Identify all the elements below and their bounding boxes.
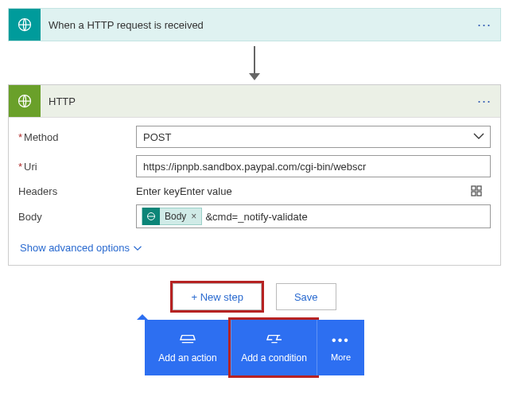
svg-rect-2 — [472, 186, 476, 190]
svg-rect-3 — [477, 186, 481, 190]
more-dots-icon: ••• — [332, 333, 350, 348]
trigger-menu-icon[interactable]: ··· — [468, 17, 500, 33]
svg-rect-4 — [472, 192, 476, 196]
method-value: POST — [143, 131, 171, 143]
uri-value: https://ipnpb.sandbox.paypal.com/cgi-bin… — [143, 161, 366, 173]
method-label: Method — [18, 131, 136, 143]
http-card: HTTP ··· Method POST Uri https://ipnpb.s… — [8, 84, 501, 266]
http-title: HTTP — [41, 95, 468, 107]
globe-icon — [142, 208, 160, 225]
trigger-title: When a HTTP request is received — [41, 19, 468, 31]
headers-key-input[interactable]: Enter key — [136, 185, 180, 197]
chevron-down-icon — [133, 243, 142, 253]
globe-icon — [9, 85, 41, 117]
svg-rect-5 — [477, 192, 481, 196]
condition-icon — [266, 332, 283, 348]
body-input[interactable]: Body × &cmd=_notify-validate — [136, 204, 491, 228]
http-card-header[interactable]: HTTP ··· — [9, 85, 500, 118]
headers-value-input[interactable]: Enter value — [180, 185, 232, 197]
http-card-body: Method POST Uri https://ipnpb.sandbox.pa… — [9, 118, 500, 265]
add-condition-tile[interactable]: Add a condition — [231, 320, 317, 375]
caret-up-icon — [137, 314, 148, 320]
uri-input[interactable]: https://ipnpb.sandbox.paypal.com/cgi-bin… — [136, 155, 491, 177]
globe-icon — [9, 9, 41, 41]
body-dynamic-token[interactable]: Body × — [142, 208, 202, 225]
body-label: Body — [18, 211, 136, 223]
body-suffix-text: &cmd=_notify-validate — [205, 211, 307, 223]
switch-mode-icon[interactable] — [470, 185, 491, 197]
step-buttons-row: + New step Save — [8, 283, 501, 310]
trigger-card[interactable]: When a HTTP request is received ··· — [8, 8, 501, 41]
http-menu-icon[interactable]: ··· — [468, 93, 500, 110]
action-popover: Add an action Add a condition ••• More — [8, 320, 501, 375]
show-advanced-link[interactable]: Show advanced options — [20, 242, 142, 254]
headers-label: Headers — [18, 185, 136, 197]
save-button[interactable]: Save — [276, 283, 336, 310]
action-icon — [179, 332, 196, 348]
token-remove-icon[interactable]: × — [191, 211, 196, 222]
new-step-button[interactable]: + New step — [173, 283, 261, 310]
add-action-tile[interactable]: Add an action — [145, 320, 231, 375]
body-token-label: Body — [165, 211, 186, 222]
more-tile[interactable]: ••• More — [317, 320, 364, 375]
chevron-down-icon — [472, 130, 485, 142]
uri-label: Uri — [18, 161, 136, 173]
flow-arrow-icon — [8, 46, 501, 80]
method-select[interactable]: POST — [136, 126, 491, 148]
